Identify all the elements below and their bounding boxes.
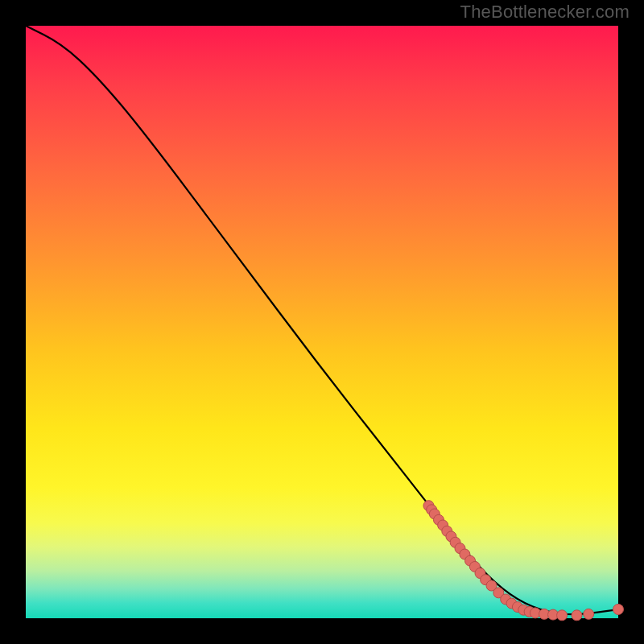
data-marker xyxy=(557,610,568,621)
chart-svg xyxy=(26,26,618,618)
attribution-label: TheBottlenecker.com xyxy=(460,2,630,23)
bottleneck-curve xyxy=(26,26,618,614)
chart-frame: TheBottlenecker.com xyxy=(0,0,644,644)
data-marker xyxy=(572,610,582,621)
data-marker xyxy=(613,604,624,614)
plot-area xyxy=(26,26,618,618)
data-marker xyxy=(584,609,594,619)
